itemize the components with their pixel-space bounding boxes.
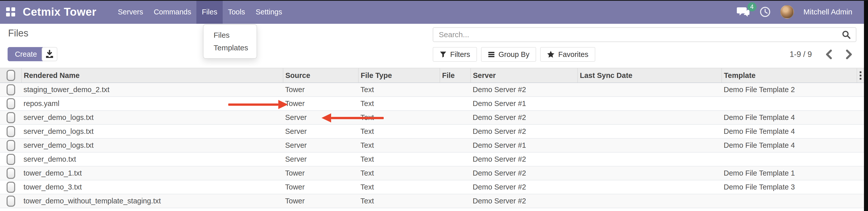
table-row[interactable]: staging_tower_demo_2.txtTowerTextDemo Se… (0, 83, 864, 97)
star-icon (547, 51, 555, 58)
column-header-last-sync-date[interactable]: Last Sync Date (578, 68, 722, 83)
row-checkbox[interactable] (7, 84, 15, 95)
cell-file-type: Text (359, 180, 440, 194)
cell-template: Demo File Template 2 (722, 83, 857, 97)
column-header-file[interactable]: File (440, 68, 471, 83)
table-row[interactable]: tower_demo_1.txtTowerTextDemo Server #2D… (0, 166, 864, 180)
cell-checkbox (0, 152, 22, 166)
column-header-server[interactable]: Server (471, 68, 578, 83)
user-avatar[interactable] (780, 5, 794, 19)
search-icon[interactable] (842, 30, 851, 39)
cell-file-type: Text (359, 124, 440, 139)
cell-server: Demo Server #2 (471, 111, 578, 124)
dropdown-item-templates[interactable]: Templates (204, 41, 256, 54)
cell-file-type: Text (359, 166, 440, 180)
table-row[interactable]: repos.yamlTowerTextDemo Server #1 (0, 97, 864, 111)
row-checkbox[interactable] (7, 126, 15, 137)
table-row[interactable]: server_demo.txtServerTextDemo Server #2 (0, 152, 864, 166)
row-checkbox[interactable] (7, 168, 15, 179)
cell-rendered-name: server_demo_logs.txt (22, 111, 283, 124)
cell-source: Tower (283, 97, 359, 111)
dropdown-item-files[interactable]: Files (204, 29, 256, 41)
nav-item-settings[interactable]: Settings (250, 0, 287, 24)
cell-file-type: Text (359, 139, 440, 152)
cell-last-sync-date (578, 97, 722, 111)
user-menu[interactable]: Mitchell Admin (804, 8, 852, 16)
cell-checkbox (0, 194, 22, 208)
cell-template (722, 194, 857, 208)
cell-options (857, 152, 864, 166)
app-brand[interactable]: Cetmix Tower (23, 6, 96, 18)
download-button[interactable] (42, 47, 57, 61)
create-button[interactable]: Create (8, 47, 44, 61)
nav-item-tools[interactable]: Tools (223, 0, 250, 24)
cell-options (857, 194, 864, 208)
cell-last-sync-date (578, 166, 722, 180)
pager-next-button[interactable] (846, 50, 852, 59)
cell-options (857, 180, 864, 194)
row-checkbox[interactable] (7, 182, 15, 193)
cell-checkbox (0, 111, 22, 124)
row-checkbox[interactable] (7, 154, 15, 165)
cell-source: Server (283, 152, 359, 166)
nav-item-servers[interactable]: Servers (113, 0, 148, 24)
messages-button[interactable]: 4 (737, 6, 750, 18)
row-checkbox[interactable] (7, 112, 15, 123)
cell-checkbox (0, 124, 22, 139)
cell-rendered-name: server_demo_logs.txt (22, 139, 283, 152)
table-row[interactable]: server_demo_logs.txtServerTextDemo Serve… (0, 139, 864, 152)
cell-source: Tower (283, 83, 359, 97)
nav-item-files[interactable]: Files (196, 0, 222, 24)
cell-source: Server (283, 111, 359, 124)
select-all-header (0, 68, 22, 83)
column-header-file-type[interactable]: File Type (359, 68, 440, 83)
optional-columns-icon[interactable] (857, 71, 864, 80)
filters-button[interactable]: Filters (433, 47, 477, 62)
favorites-button[interactable]: Favorites (540, 47, 595, 62)
cell-file (440, 166, 471, 180)
cell-source: Tower (283, 180, 359, 194)
filters-label: Filters (450, 50, 470, 59)
row-checkbox[interactable] (7, 195, 15, 207)
table-row[interactable]: tower_demo_3.txtTowerTextDemo Server #2D… (0, 180, 864, 194)
cell-checkbox (0, 97, 22, 111)
page-title: Files (8, 28, 28, 39)
cell-rendered-name: tower_demo_1.txt (22, 166, 283, 180)
cell-template: Demo File Template 4 (722, 111, 857, 124)
cell-template (722, 97, 857, 111)
search-input[interactable] (433, 30, 842, 39)
cell-last-sync-date (578, 180, 722, 194)
pager-previous-button[interactable] (826, 50, 832, 59)
cell-checkbox (0, 180, 22, 194)
cell-checkbox (0, 83, 22, 97)
column-header-source[interactable]: Source (283, 68, 359, 83)
cell-file-type: Text (359, 83, 440, 97)
pager: 1-9 / 9 (789, 47, 852, 62)
cell-options (857, 97, 864, 111)
clock-icon[interactable] (760, 6, 771, 18)
table-row[interactable]: server_demo_logs.txtServerTextDemo Serve… (0, 124, 864, 139)
column-header-template[interactable]: Template (722, 68, 857, 83)
table-row[interactable]: server_demo_logs.txtServerTextDemo Serve… (0, 111, 864, 124)
header-row: Rendered NameSourceFile TypeFileServerLa… (0, 68, 864, 83)
cell-source: Server (283, 139, 359, 152)
row-checkbox[interactable] (7, 98, 15, 109)
cell-server: Demo Server #1 (471, 97, 578, 111)
cell-checkbox (0, 139, 22, 152)
group-by-button[interactable]: Group By (481, 47, 536, 62)
select-all-checkbox[interactable] (7, 70, 15, 81)
chevron-right-icon (846, 50, 852, 59)
apps-grid-icon[interactable] (6, 7, 15, 17)
cell-rendered-name: repos.yaml (22, 97, 283, 111)
table-row[interactable]: tower_demo_without_template_staging.txtT… (0, 194, 864, 208)
group-by-bars-icon (488, 51, 495, 58)
cell-template: Demo File Template 4 (722, 124, 857, 139)
nav-item-commands[interactable]: Commands (148, 0, 196, 24)
cell-file (440, 124, 471, 139)
search-bar (433, 27, 856, 42)
cell-file (440, 194, 471, 208)
group-by-label: Group By (498, 50, 530, 59)
row-checkbox[interactable] (7, 140, 15, 151)
column-header-rendered-name[interactable]: Rendered Name (22, 68, 283, 83)
cell-last-sync-date (578, 83, 722, 97)
